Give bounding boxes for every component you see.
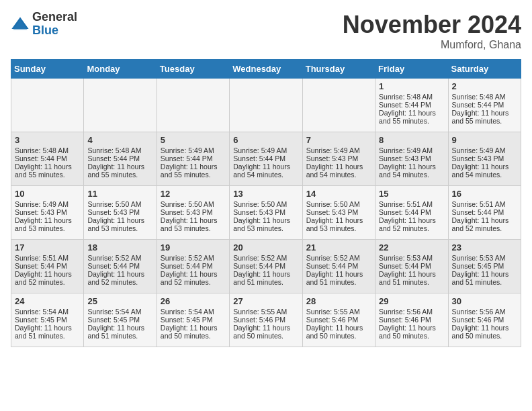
day-info: Sunrise: 5:48 AM Sunset: 5:44 PM Dayligh… [87,146,144,179]
day-cell: 30Sunrise: 5:56 AM Sunset: 5:46 PM Dayli… [448,293,521,347]
week-row-1: 1Sunrise: 5:48 AM Sunset: 5:44 PM Daylig… [11,79,521,132]
day-cell: 21Sunrise: 5:52 AM Sunset: 5:44 PM Dayli… [302,240,375,293]
day-number: 11 [87,189,152,199]
day-number: 24 [15,296,80,306]
day-info: Sunrise: 5:56 AM Sunset: 5:46 PM Dayligh… [379,308,436,340]
week-row-5: 24Sunrise: 5:54 AM Sunset: 5:45 PM Dayli… [11,293,521,347]
day-number: 2 [452,81,517,91]
day-cell: 10Sunrise: 5:49 AM Sunset: 5:43 PM Dayli… [11,186,84,240]
logo-icon [11,15,30,34]
day-number: 15 [379,189,444,199]
day-info: Sunrise: 5:49 AM Sunset: 5:43 PM Dayligh… [306,146,363,179]
header: General Blue November 2024 Mumford, Ghan… [11,11,521,51]
calendar-header: SundayMondayTuesdayWednesdayThursdayFrid… [11,60,521,79]
day-cell: 16Sunrise: 5:51 AM Sunset: 5:44 PM Dayli… [448,186,521,240]
title-area: November 2024 Mumford, Ghana [343,11,521,51]
day-number: 30 [452,296,517,306]
day-info: Sunrise: 5:52 AM Sunset: 5:44 PM Dayligh… [161,254,218,286]
day-number: 19 [161,242,226,253]
day-number: 26 [161,296,226,306]
day-cell [157,79,229,132]
day-cell: 9Sunrise: 5:49 AM Sunset: 5:43 PM Daylig… [448,132,521,186]
day-cell: 18Sunrise: 5:52 AM Sunset: 5:44 PM Dayli… [84,240,157,293]
logo-general-text: General [32,11,77,24]
day-info: Sunrise: 5:53 AM Sunset: 5:44 PM Dayligh… [379,254,436,286]
day-cell [84,79,157,132]
day-info: Sunrise: 5:51 AM Sunset: 5:44 PM Dayligh… [15,254,72,286]
day-number: 12 [161,189,226,199]
day-info: Sunrise: 5:55 AM Sunset: 5:46 PM Dayligh… [306,308,363,340]
header-cell-monday: Monday [84,60,157,79]
day-cell: 22Sunrise: 5:53 AM Sunset: 5:44 PM Dayli… [375,240,448,293]
day-number: 14 [306,189,371,199]
day-cell: 23Sunrise: 5:53 AM Sunset: 5:45 PM Dayli… [448,240,521,293]
day-info: Sunrise: 5:55 AM Sunset: 5:46 PM Dayligh… [233,308,290,340]
day-cell: 7Sunrise: 5:49 AM Sunset: 5:43 PM Daylig… [302,132,375,186]
logo-text: General Blue [32,11,77,38]
day-number: 21 [306,242,371,253]
month-title: November 2024 [343,11,521,39]
header-cell-thursday: Thursday [302,60,375,79]
day-info: Sunrise: 5:50 AM Sunset: 5:43 PM Dayligh… [161,200,218,232]
day-number: 7 [306,135,371,145]
day-number: 27 [233,296,298,306]
day-number: 18 [87,242,152,253]
day-cell: 19Sunrise: 5:52 AM Sunset: 5:44 PM Dayli… [157,240,229,293]
day-info: Sunrise: 5:52 AM Sunset: 5:44 PM Dayligh… [306,254,363,286]
day-cell: 4Sunrise: 5:48 AM Sunset: 5:44 PM Daylig… [84,132,157,186]
day-number: 10 [15,189,80,199]
day-number: 4 [87,135,152,145]
day-info: Sunrise: 5:52 AM Sunset: 5:44 PM Dayligh… [233,254,290,286]
header-cell-sunday: Sunday [11,60,84,79]
day-info: Sunrise: 5:49 AM Sunset: 5:43 PM Dayligh… [452,146,509,179]
day-info: Sunrise: 5:52 AM Sunset: 5:44 PM Dayligh… [87,254,144,286]
calendar-table: SundayMondayTuesdayWednesdayThursdayFrid… [11,59,521,347]
day-info: Sunrise: 5:48 AM Sunset: 5:44 PM Dayligh… [15,146,72,179]
day-cell: 26Sunrise: 5:54 AM Sunset: 5:45 PM Dayli… [157,293,229,347]
day-info: Sunrise: 5:49 AM Sunset: 5:44 PM Dayligh… [161,146,218,179]
day-cell: 12Sunrise: 5:50 AM Sunset: 5:43 PM Dayli… [157,186,229,240]
day-number: 6 [233,135,298,145]
day-cell: 2Sunrise: 5:48 AM Sunset: 5:44 PM Daylig… [448,79,521,132]
day-cell: 17Sunrise: 5:51 AM Sunset: 5:44 PM Dayli… [11,240,84,293]
day-number: 9 [452,135,517,145]
day-cell: 24Sunrise: 5:54 AM Sunset: 5:45 PM Dayli… [11,293,84,347]
day-number: 16 [452,189,517,199]
day-info: Sunrise: 5:50 AM Sunset: 5:43 PM Dayligh… [306,200,363,232]
day-info: Sunrise: 5:51 AM Sunset: 5:44 PM Dayligh… [452,200,509,232]
header-cell-friday: Friday [375,60,448,79]
day-cell [302,79,375,132]
day-number: 1 [379,81,444,91]
day-number: 3 [15,135,80,145]
day-cell: 6Sunrise: 5:49 AM Sunset: 5:44 PM Daylig… [230,132,302,186]
day-number: 5 [161,135,226,145]
day-number: 29 [379,296,444,306]
day-number: 22 [379,242,444,253]
day-cell: 11Sunrise: 5:50 AM Sunset: 5:43 PM Dayli… [84,186,157,240]
week-row-4: 17Sunrise: 5:51 AM Sunset: 5:44 PM Dayli… [11,240,521,293]
day-number: 20 [233,242,298,253]
day-cell: 20Sunrise: 5:52 AM Sunset: 5:44 PM Dayli… [230,240,302,293]
day-cell: 28Sunrise: 5:55 AM Sunset: 5:46 PM Dayli… [302,293,375,347]
day-info: Sunrise: 5:48 AM Sunset: 5:44 PM Dayligh… [452,93,509,125]
header-row: SundayMondayTuesdayWednesdayThursdayFrid… [11,60,521,79]
location-title: Mumford, Ghana [343,39,521,51]
day-info: Sunrise: 5:50 AM Sunset: 5:43 PM Dayligh… [87,200,144,232]
day-cell [230,79,302,132]
day-cell: 15Sunrise: 5:51 AM Sunset: 5:44 PM Dayli… [375,186,448,240]
day-info: Sunrise: 5:54 AM Sunset: 5:45 PM Dayligh… [87,308,144,340]
day-info: Sunrise: 5:49 AM Sunset: 5:43 PM Dayligh… [15,200,72,232]
day-number: 23 [452,242,517,253]
day-number: 28 [306,296,371,306]
day-info: Sunrise: 5:49 AM Sunset: 5:43 PM Dayligh… [379,146,436,179]
header-cell-tuesday: Tuesday [157,60,229,79]
day-cell: 3Sunrise: 5:48 AM Sunset: 5:44 PM Daylig… [11,132,84,186]
day-number: 25 [87,296,152,306]
day-info: Sunrise: 5:49 AM Sunset: 5:44 PM Dayligh… [233,146,290,179]
day-info: Sunrise: 5:54 AM Sunset: 5:45 PM Dayligh… [161,308,218,340]
day-cell: 13Sunrise: 5:50 AM Sunset: 5:43 PM Dayli… [230,186,302,240]
day-cell: 27Sunrise: 5:55 AM Sunset: 5:46 PM Dayli… [230,293,302,347]
header-cell-saturday: Saturday [448,60,521,79]
day-cell: 1Sunrise: 5:48 AM Sunset: 5:44 PM Daylig… [375,79,448,132]
header-cell-wednesday: Wednesday [230,60,302,79]
